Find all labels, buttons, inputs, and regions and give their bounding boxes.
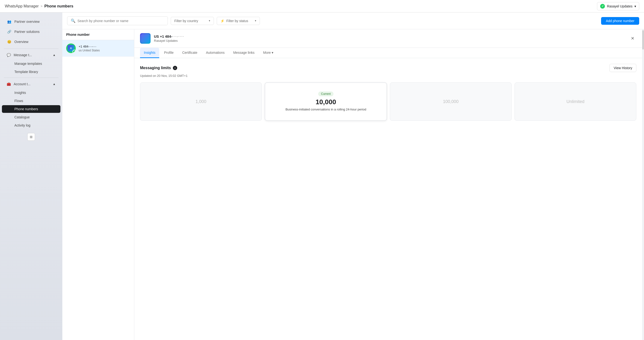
content-area: 🔍 Filter by country ▾ ⚡ Filter by status… bbox=[62, 13, 644, 340]
updated-timestamp: Updated on 20 Nov, 15:02 GMT+1 bbox=[140, 74, 636, 78]
limit-value: 100,000 bbox=[443, 99, 458, 104]
limit-value: 10,000 bbox=[316, 98, 336, 106]
current-badge: Current bbox=[318, 91, 334, 96]
filter-icon: ⚡ bbox=[220, 19, 224, 23]
breadcrumb-separator: > bbox=[40, 4, 42, 8]
filter-country-label: Filter by country bbox=[174, 19, 198, 23]
sidebar-item-catalogue[interactable]: Catalogue bbox=[2, 113, 60, 121]
sidebar-item-manage-templates[interactable]: Manage templates bbox=[2, 60, 60, 67]
tab-more[interactable]: More ▾ bbox=[260, 48, 278, 58]
sidebar-item-label: Partner overview bbox=[14, 20, 40, 24]
sidebar-sub-label: Phone numbers bbox=[14, 107, 38, 111]
topbar: WhatsApp Manager > Phone numbers ✓ Rasay… bbox=[0, 0, 644, 13]
sidebar-divider bbox=[4, 49, 58, 49]
filter-status-label: Filter by status bbox=[226, 19, 248, 23]
filter-status-chevron-icon: ▾ bbox=[255, 19, 256, 22]
sidebar-item-template-library[interactable]: Template library bbox=[2, 68, 60, 76]
phone-avatar: R ✓ bbox=[66, 44, 76, 53]
wa-badge-icon: ✓ bbox=[72, 50, 76, 53]
sidebar-item-partner-overview[interactable]: 👥 Partner overview bbox=[2, 17, 60, 26]
sidebar-item-activity-log[interactable]: Activity log bbox=[2, 121, 60, 129]
wa-icon: ✓ bbox=[600, 4, 605, 9]
sidebar-item-flows[interactable]: Flows bbox=[2, 97, 60, 105]
sidebar-sub-label: Template library bbox=[14, 70, 38, 74]
limit-label: Business-initiated conversations in a ro… bbox=[286, 107, 366, 112]
section-title: Messaging limits i bbox=[140, 66, 177, 70]
app-name: WhatsApp Manager bbox=[5, 4, 38, 9]
sidebar-item-phone-numbers[interactable]: Phone numbers bbox=[2, 105, 60, 113]
detail-logo-icon bbox=[141, 34, 150, 43]
search-icon: 🔍 bbox=[71, 19, 76, 23]
phone-region: us United States bbox=[79, 49, 130, 52]
limit-card-1000: 1,000 bbox=[140, 82, 262, 121]
toolbar: 🔍 Filter by country ▾ ⚡ Filter by status… bbox=[62, 13, 644, 29]
tab-message-links[interactable]: Message links bbox=[230, 48, 258, 58]
account-tools-icon: 🧰 bbox=[7, 82, 11, 86]
sidebar-sub-label: Insights bbox=[14, 91, 26, 95]
detail-header-left: US +1 484-···-···· Rasayel Updates bbox=[140, 33, 184, 44]
sidebar-item-overview[interactable]: 😊 Overview bbox=[2, 37, 60, 47]
sidebar-item-label: Overview bbox=[14, 40, 28, 44]
limit-card-100000: 100,000 bbox=[390, 82, 512, 121]
sidebar-sub-label: Activity log bbox=[14, 123, 30, 127]
account-selector-area: ✓ Rasayel Updates ▾ bbox=[597, 2, 639, 10]
tab-insights[interactable]: Insights bbox=[140, 48, 159, 58]
view-history-button[interactable]: View History bbox=[610, 64, 636, 72]
limit-card-unlimited: Unlimited bbox=[514, 82, 636, 121]
search-input[interactable] bbox=[78, 19, 164, 23]
limits-cards: 1,000 Current 10,000 Business-initiated … bbox=[140, 82, 636, 121]
limit-card-current: Current 10,000 Business-initiated conver… bbox=[265, 82, 387, 121]
phone-number: +1 484-···-···· bbox=[79, 45, 130, 48]
phone-list: Phone number R ✓ +1 484-···-···· us Unit… bbox=[62, 29, 134, 340]
phone-list-item[interactable]: R ✓ +1 484-···-···· us United States bbox=[62, 40, 134, 57]
add-phone-button[interactable]: Add phone number bbox=[601, 17, 639, 25]
search-box[interactable]: 🔍 bbox=[67, 16, 168, 25]
close-button[interactable]: ✕ bbox=[629, 35, 636, 42]
insights-section: Messaging limits i View History Updated … bbox=[134, 58, 642, 126]
account-name: Rasayel Updates bbox=[607, 4, 632, 8]
phone-info: +1 484-···-···· us United States bbox=[79, 45, 130, 52]
info-icon[interactable]: i bbox=[173, 66, 177, 70]
sidebar-item-label: Partner solutions bbox=[14, 30, 40, 34]
detail-phone-number: US +1 484-···-···· bbox=[154, 34, 184, 38]
sidebar-item-insights[interactable]: Insights bbox=[2, 89, 60, 97]
limit-value: Unlimited bbox=[566, 99, 584, 104]
sidebar-group-label: Account t... bbox=[14, 82, 30, 86]
detail-avatar bbox=[140, 33, 150, 44]
sidebar-sub-label: Flows bbox=[14, 99, 23, 103]
sidebar-collapse-button[interactable]: ⊞ bbox=[27, 133, 35, 141]
tab-profile[interactable]: Profile bbox=[160, 48, 178, 58]
sidebar: 👥 Partner overview 🔗 Partner solutions 😊… bbox=[0, 13, 62, 340]
main-layout: 👥 Partner overview 🔗 Partner solutions 😊… bbox=[0, 13, 644, 340]
breadcrumb: WhatsApp Manager > Phone numbers bbox=[5, 4, 73, 9]
section-header: Messaging limits i View History bbox=[140, 64, 636, 72]
filter-country-chevron-icon: ▾ bbox=[209, 19, 210, 22]
message-templates-icon: 💬 bbox=[7, 53, 11, 57]
detail-header: US +1 484-···-···· Rasayel Updates ✕ bbox=[134, 29, 642, 48]
partner-solutions-icon: 🔗 bbox=[7, 29, 12, 34]
sidebar-divider-2 bbox=[4, 78, 58, 78]
account-selector[interactable]: ✓ Rasayel Updates ▾ bbox=[597, 2, 639, 10]
partner-overview-icon: 👥 bbox=[7, 19, 12, 24]
right-scrollbar[interactable] bbox=[642, 29, 644, 340]
sidebar-group-account-tools[interactable]: 🧰 Account t... ▲ bbox=[2, 80, 60, 88]
phone-list-header: Phone number bbox=[62, 29, 134, 40]
sidebar-sub-label: Catalogue bbox=[14, 115, 30, 119]
sidebar-item-partner-solutions[interactable]: 🔗 Partner solutions bbox=[2, 27, 60, 37]
account-tools-chevron-icon: ▲ bbox=[53, 82, 56, 86]
scrollbar-thumb bbox=[642, 30, 644, 50]
sidebar-group-message-templates[interactable]: 💬 Message t... ▲ bbox=[2, 51, 60, 59]
detail-name-group: US +1 484-···-···· Rasayel Updates bbox=[154, 34, 184, 43]
main-panel: Phone number R ✓ +1 484-···-···· us Unit… bbox=[62, 29, 644, 340]
tab-automations[interactable]: Automations bbox=[202, 48, 228, 58]
overview-icon: 😊 bbox=[7, 39, 12, 44]
filter-status-dropdown[interactable]: ⚡ Filter by status ▾ bbox=[217, 17, 260, 25]
detail-panel: US +1 484-···-···· Rasayel Updates ✕ Ins… bbox=[134, 29, 642, 340]
tab-certificate[interactable]: Certificate bbox=[178, 48, 201, 58]
filter-country-dropdown[interactable]: Filter by country ▾ bbox=[171, 17, 214, 25]
more-chevron-icon: ▾ bbox=[272, 51, 273, 55]
sidebar-sub-label: Manage templates bbox=[14, 62, 42, 66]
account-chevron-icon: ▾ bbox=[634, 4, 636, 8]
detail-display-name: Rasayel Updates bbox=[154, 39, 184, 43]
sidebar-group-label: Message t... bbox=[14, 53, 32, 57]
